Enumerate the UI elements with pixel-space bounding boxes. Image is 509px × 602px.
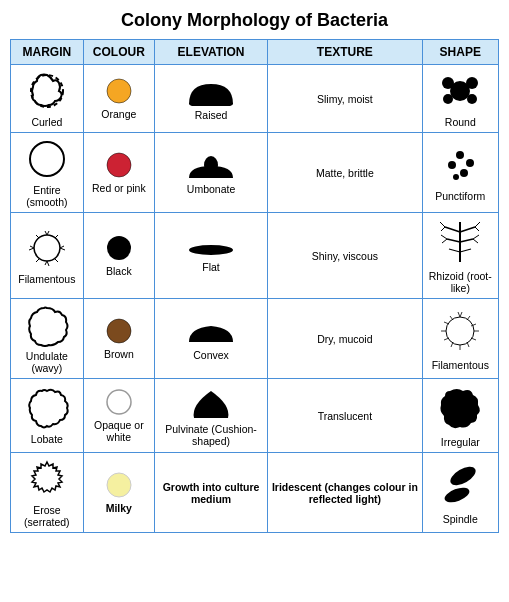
svg-point-8 <box>30 142 64 176</box>
svg-point-11 <box>456 151 464 159</box>
table-row: Erose (serrated) Milky Growth into cultu… <box>11 453 499 533</box>
svg-line-37 <box>475 227 479 231</box>
svg-line-27 <box>29 248 34 250</box>
erose-icon <box>25 457 69 501</box>
svg-line-35 <box>460 227 475 232</box>
redpink-label: Red or pink <box>92 182 146 194</box>
white-label: Opaque or white <box>86 419 152 443</box>
svg-point-29 <box>107 236 131 260</box>
table-row: Entire (smooth) Red or pink <box>11 133 499 213</box>
shape-spindle: Spindle <box>422 453 498 533</box>
colour-brown: Brown <box>83 299 154 379</box>
shape-rhizoid: Rhizoid (root-like) <box>422 213 498 299</box>
svg-point-10 <box>204 156 218 174</box>
lobate-label: Lobate <box>31 433 63 445</box>
svg-point-64 <box>443 485 472 505</box>
colour-milky: Milky <box>83 453 154 533</box>
texture-iridescent: Iridescent (changes colour in reflected … <box>268 453 422 533</box>
svg-point-7 <box>467 94 477 104</box>
svg-line-33 <box>440 222 445 227</box>
black-label: Black <box>106 265 132 277</box>
pulvinate-label: Pulvinate (Cushion-shaped) <box>157 423 265 447</box>
svg-line-21 <box>60 248 65 250</box>
growth-label: Growth into culture medium <box>157 481 265 505</box>
elevation-raised: Raised <box>154 65 267 133</box>
spindle-label: Spindle <box>443 513 478 525</box>
svg-line-25 <box>36 259 39 262</box>
svg-point-12 <box>466 159 474 167</box>
svg-point-47 <box>446 317 474 345</box>
irregular-icon <box>435 383 485 433</box>
curled-icon <box>25 69 69 113</box>
morphology-table: MARGIN COLOUR ELEVATION TEXTURE SHAPE Cu… <box>10 39 499 533</box>
table-row: Lobate Opaque or white Pulvinate (C <box>11 379 499 453</box>
margin-lobate: Lobate <box>11 379 84 453</box>
svg-line-34 <box>441 227 445 231</box>
convex-icon <box>186 316 236 346</box>
rhizoid-label: Rhizoid (root-like) <box>425 270 496 294</box>
elevation-pulvinate: Pulvinate (Cushion-shaped) <box>154 379 267 453</box>
header-shape: SHAPE <box>422 40 498 65</box>
round-icon <box>438 69 482 113</box>
svg-line-43 <box>473 239 478 243</box>
umbonate-label: Umbonate <box>187 183 235 195</box>
svg-point-30 <box>189 245 233 255</box>
punctiform-icon <box>438 143 482 187</box>
matte-label: Matte, brittle <box>316 167 374 179</box>
svg-line-48 <box>458 312 460 317</box>
translucent-label: Translucent <box>318 410 372 422</box>
svg-point-46 <box>107 319 131 343</box>
svg-point-5 <box>466 77 478 89</box>
svg-point-9 <box>107 153 131 177</box>
shape-irregular: Irregular <box>422 379 498 453</box>
table-row: Filamentous Black Flat <box>11 213 499 299</box>
undulate-icon <box>25 303 69 347</box>
svg-line-41 <box>460 239 473 242</box>
svg-line-22 <box>55 259 58 262</box>
shape-round: Round <box>422 65 498 133</box>
svg-point-14 <box>460 169 468 177</box>
table-row: Undulate (wavy) Brown Convex <box>11 299 499 379</box>
svg-line-28 <box>36 235 39 238</box>
margin-entire: Entire (smooth) <box>11 133 84 213</box>
filamentous-margin-label: Filamentous <box>18 273 75 285</box>
brown-color-icon <box>105 317 133 345</box>
svg-point-61 <box>107 390 131 414</box>
margin-undulate: Undulate (wavy) <box>11 299 84 379</box>
svg-point-4 <box>442 77 454 89</box>
raised-label: Raised <box>195 109 228 121</box>
elevation-convex: Convex <box>154 299 267 379</box>
entire-icon <box>25 137 69 181</box>
elevation-flat: Flat <box>154 213 267 299</box>
punctiform-label: Punctiform <box>435 190 485 202</box>
filamentous-shape-label: Filamentous <box>432 359 489 371</box>
svg-point-13 <box>448 161 456 169</box>
shiny-label: Shiny, viscous <box>312 250 378 262</box>
shape-punctiform: Punctiform <box>422 133 498 213</box>
svg-point-16 <box>34 235 60 261</box>
erose-label: Erose (serrated) <box>13 504 81 528</box>
curled-label: Curled <box>31 116 62 128</box>
svg-point-15 <box>453 174 459 180</box>
margin-filamentous: Filamentous <box>11 213 84 299</box>
colour-black: Black <box>83 213 154 299</box>
texture-slimy: Slimy, moist <box>268 65 422 133</box>
undulate-label: Undulate (wavy) <box>13 350 81 374</box>
table-row: Curled Orange Raised <box>11 65 499 133</box>
orange-label: Orange <box>101 108 136 120</box>
filamentous-margin-icon <box>25 226 69 270</box>
iridescent-label: Iridescent (changes colour in reflected … <box>270 481 419 505</box>
elevation-umbonate: Umbonate <box>154 133 267 213</box>
redpink-color-icon <box>105 151 133 179</box>
svg-point-63 <box>448 463 479 489</box>
raised-icon <box>186 76 236 106</box>
header-colour: COLOUR <box>83 40 154 65</box>
black-color-icon <box>105 234 133 262</box>
milky-color-icon <box>105 471 133 499</box>
texture-matte: Matte, brittle <box>268 133 422 213</box>
svg-line-45 <box>460 249 471 252</box>
colour-white: Opaque or white <box>83 379 154 453</box>
brown-label: Brown <box>104 348 134 360</box>
orange-color-icon <box>105 77 133 105</box>
svg-line-49 <box>460 312 462 317</box>
